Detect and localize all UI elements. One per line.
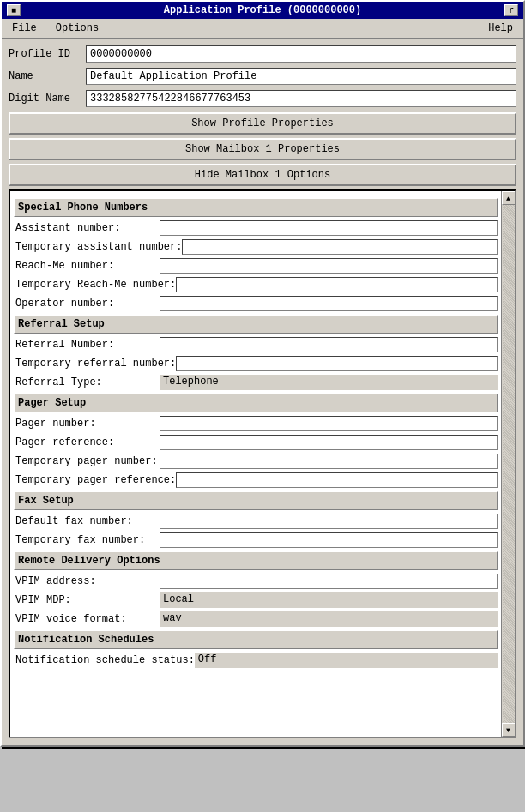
options-menu[interactable]: Options — [51, 21, 104, 36]
scroll-down-button[interactable]: ▼ — [502, 723, 516, 737]
help-menu[interactable]: Help — [483, 21, 518, 36]
vpim-address-label: VPIM address: — [14, 575, 160, 587]
notification-status-row: Notification schedule status: Off — [14, 653, 498, 668]
remote-delivery-header: Remote Delivery Options — [14, 551, 498, 570]
temp-pager-reference-row: Temporary pager reference: — [14, 472, 498, 488]
operator-number-label: Operator number: — [14, 298, 160, 310]
referral-number-input[interactable] — [160, 337, 498, 352]
notification-status-label: Notification schedule status: — [14, 654, 195, 666]
hide-mailbox-button[interactable]: Hide Mailbox 1 Options — [9, 164, 516, 186]
title-bar: ■ Application Profile (0000000000) r — [2, 2, 523, 19]
temp-assistant-label: Temporary assistant number: — [14, 241, 182, 253]
profile-id-row: Profile ID — [9, 45, 516, 63]
show-profile-button[interactable]: Show Profile Properties — [9, 112, 516, 135]
name-label: Name — [9, 70, 86, 82]
temp-reach-me-input[interactable] — [176, 277, 498, 292]
temp-assistant-input[interactable] — [182, 239, 498, 255]
temp-assistant-row: Temporary assistant number: — [14, 239, 498, 255]
profile-id-label: Profile ID — [9, 48, 86, 60]
assistant-number-row: Assistant number: — [14, 220, 498, 236]
temp-fax-label: Temporary fax number: — [14, 534, 160, 546]
show-mailbox-button[interactable]: Show Mailbox 1 Properties — [9, 138, 516, 160]
pager-reference-label: Pager reference: — [14, 436, 160, 448]
notification-header: Notification Schedules — [14, 630, 498, 649]
assistant-number-label: Assistant number: — [14, 222, 160, 234]
menu-bar: File Options Help — [2, 19, 523, 39]
resize-button[interactable]: r — [504, 4, 518, 16]
temp-referral-row: Temporary referral number: — [14, 356, 498, 371]
name-input[interactable] — [86, 68, 516, 85]
scroll-up-button[interactable]: ▲ — [502, 191, 516, 205]
scroll-content: Special Phone Numbers Assistant number: … — [10, 191, 501, 737]
special-phone-header: Special Phone Numbers — [14, 198, 498, 217]
scroll-track[interactable] — [503, 205, 515, 723]
default-fax-label: Default fax number: — [14, 515, 160, 527]
name-row: Name — [9, 68, 516, 85]
vpim-mdp-row: VPIM MDP: Local — [14, 592, 498, 608]
pager-number-label: Pager number: — [14, 418, 160, 430]
temp-fax-input[interactable] — [160, 532, 498, 548]
referral-number-label: Referral Number: — [14, 339, 160, 351]
pager-reference-input[interactable] — [160, 435, 498, 450]
referral-type-row: Referral Type: Telephone — [14, 375, 498, 390]
temp-reach-me-row: Temporary Reach-Me number: — [14, 277, 498, 292]
temp-fax-row: Temporary fax number: — [14, 532, 498, 548]
temp-pager-number-label: Temporary pager number: — [14, 455, 160, 467]
pager-reference-row: Pager reference: — [14, 435, 498, 450]
referral-type-value: Telephone — [160, 375, 498, 390]
temp-reach-me-label: Temporary Reach-Me number: — [14, 279, 176, 291]
default-fax-input[interactable] — [160, 514, 498, 529]
referral-setup-header: Referral Setup — [14, 315, 498, 334]
vpim-address-row: VPIM address: — [14, 574, 498, 589]
close-button[interactable]: ■ — [7, 4, 21, 16]
window-title: Application Profile (0000000000) — [21, 4, 504, 16]
vpim-mdp-value: Local — [160, 592, 498, 608]
scrollbar[interactable]: ▲ ▼ — [501, 191, 515, 737]
temp-referral-input[interactable] — [176, 356, 498, 371]
vpim-voice-value: wav — [160, 611, 498, 627]
vpim-address-input[interactable] — [160, 574, 498, 589]
default-fax-row: Default fax number: — [14, 514, 498, 529]
digit-name-label: Digit Name — [9, 93, 86, 105]
reach-me-input[interactable] — [160, 258, 498, 274]
pager-setup-header: Pager Setup — [14, 394, 498, 412]
profile-id-input[interactable] — [86, 45, 516, 63]
main-window: ■ Application Profile (0000000000) r Fil… — [0, 0, 525, 747]
assistant-number-input[interactable] — [160, 220, 498, 236]
digit-name-input[interactable] — [86, 90, 516, 107]
temp-pager-reference-input[interactable] — [176, 472, 498, 488]
temp-referral-label: Temporary referral number: — [14, 358, 176, 370]
temp-pager-reference-label: Temporary pager reference: — [14, 474, 176, 486]
digit-name-row: Digit Name — [9, 90, 516, 107]
temp-pager-number-row: Temporary pager number: — [14, 454, 498, 469]
vpim-voice-label: VPIM voice format: — [14, 613, 160, 625]
operator-number-row: Operator number: — [14, 296, 498, 311]
temp-pager-number-input[interactable] — [160, 454, 498, 469]
pager-number-input[interactable] — [160, 416, 498, 431]
reach-me-label: Reach-Me number: — [14, 260, 160, 272]
referral-type-label: Referral Type: — [14, 376, 160, 388]
vpim-voice-row: VPIM voice format: wav — [14, 611, 498, 627]
vpim-mdp-label: VPIM MDP: — [14, 594, 160, 606]
fax-setup-header: Fax Setup — [14, 491, 498, 510]
notification-status-value: Off — [195, 653, 498, 668]
file-menu[interactable]: File — [7, 21, 42, 36]
pager-number-row: Pager number: — [14, 416, 498, 431]
referral-number-row: Referral Number: — [14, 337, 498, 352]
content-area: Profile ID Name Digit Name Show Profile … — [2, 39, 523, 745]
scrollable-area: Special Phone Numbers Assistant number: … — [9, 189, 516, 738]
operator-number-input[interactable] — [160, 296, 498, 311]
reach-me-row: Reach-Me number: — [14, 258, 498, 274]
